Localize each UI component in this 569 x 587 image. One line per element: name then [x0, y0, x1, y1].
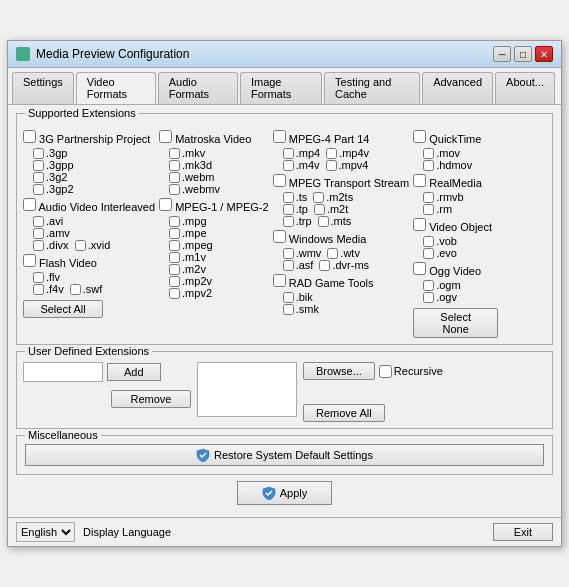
- cb-mov[interactable]: [423, 148, 434, 159]
- tab-about[interactable]: About...: [495, 72, 555, 104]
- ext-row-flv: .flv: [33, 271, 155, 283]
- cb-mpv4[interactable]: [326, 160, 337, 171]
- tab-image-formats[interactable]: Image Formats: [240, 72, 322, 104]
- cb-3gpp[interactable]: [33, 160, 44, 171]
- cb-m4v[interactable]: [283, 160, 294, 171]
- user-ext-input[interactable]: [23, 362, 103, 382]
- browse-button[interactable]: Browse...: [303, 362, 375, 380]
- select-none-button[interactable]: Select None: [413, 308, 498, 338]
- user-ext-listbox[interactable]: [197, 362, 297, 417]
- ext-col-2: Matroska Video .mkv .mk3d: [159, 128, 269, 338]
- remove-button[interactable]: Remove: [111, 390, 191, 408]
- cb-divx[interactable]: [33, 240, 44, 251]
- cb-flash-cat[interactable]: [23, 254, 36, 267]
- close-button[interactable]: ✕: [535, 46, 553, 62]
- language-select[interactable]: English: [16, 522, 75, 542]
- cb-hdmov[interactable]: [423, 160, 434, 171]
- ext-pair-divx-xvid: .divx .xvid: [33, 239, 155, 251]
- cb-m1v[interactable]: [169, 252, 180, 263]
- cb-avi[interactable]: [33, 216, 44, 227]
- cb-webmv[interactable]: [169, 184, 180, 195]
- cb-vob-cat[interactable]: [413, 218, 426, 231]
- cb-mp4v[interactable]: [326, 148, 337, 159]
- cb-mk3d[interactable]: [169, 160, 180, 171]
- cb-mpg[interactable]: [169, 216, 180, 227]
- cb-mts[interactable]: [318, 216, 329, 227]
- restore-button[interactable]: Restore System Default Settings: [25, 444, 544, 466]
- ext-row-avi: .avi: [33, 215, 155, 227]
- cb-mpeg-ts-cat[interactable]: [273, 174, 286, 187]
- cb-smk[interactable]: [283, 304, 294, 315]
- cb-3g2[interactable]: [33, 172, 44, 183]
- cb-mpeg12-cat[interactable]: [159, 198, 172, 211]
- tab-video-formats[interactable]: Video Formats: [76, 72, 156, 104]
- user-defined-label: User Defined Extensions: [25, 345, 152, 357]
- cb-mkv[interactable]: [169, 148, 180, 159]
- ext-row-amv: .amv: [33, 227, 155, 239]
- select-all-button[interactable]: Select All: [23, 300, 103, 318]
- cb-mp4[interactable]: [283, 148, 294, 159]
- cb-xvid[interactable]: [75, 240, 86, 251]
- recursive-checkbox[interactable]: [379, 365, 392, 378]
- cat-ogg: Ogg Video: [413, 262, 498, 277]
- tab-audio-formats[interactable]: Audio Formats: [158, 72, 238, 104]
- tab-advanced[interactable]: Advanced: [422, 72, 493, 104]
- tab-settings[interactable]: Settings: [12, 72, 74, 104]
- cb-wm-cat[interactable]: [273, 230, 286, 243]
- cb-matroska-cat[interactable]: [159, 130, 172, 143]
- cb-mpe[interactable]: [169, 228, 180, 239]
- cb-ogm[interactable]: [423, 280, 434, 291]
- cb-dvr-ms[interactable]: [319, 260, 330, 271]
- cb-amv[interactable]: [33, 228, 44, 239]
- content-area: Supported Extensions 3G Partnership Proj…: [8, 105, 561, 517]
- cb-evo[interactable]: [423, 248, 434, 259]
- cb-3gpartnership[interactable]: [23, 130, 36, 143]
- cb-m2t[interactable]: [314, 204, 325, 215]
- cat-avi: Audio Video Interleaved: [23, 198, 155, 213]
- cat-wm: Windows Media: [273, 230, 410, 245]
- add-button[interactable]: Add: [107, 363, 161, 381]
- cat-mpeg-ts: MPEG Transport Stream: [273, 174, 410, 189]
- cb-real-cat[interactable]: [413, 174, 426, 187]
- cb-mpeg4-cat[interactable]: [273, 130, 286, 143]
- cb-3gp[interactable]: [33, 148, 44, 159]
- cb-ogv[interactable]: [423, 292, 434, 303]
- cb-webm[interactable]: [169, 172, 180, 183]
- minimize-button[interactable]: ─: [493, 46, 511, 62]
- cb-f4v[interactable]: [33, 284, 44, 295]
- cb-3gp2[interactable]: [33, 184, 44, 195]
- cb-m2ts[interactable]: [313, 192, 324, 203]
- cb-mpv2[interactable]: [169, 288, 180, 299]
- cb-mpeg[interactable]: [169, 240, 180, 251]
- cb-asf[interactable]: [283, 260, 294, 271]
- cb-bik[interactable]: [283, 292, 294, 303]
- cb-rm[interactable]: [423, 204, 434, 215]
- cat-rad: RAD Game Tools: [273, 274, 410, 289]
- cb-rad-cat[interactable]: [273, 274, 286, 287]
- shield-icon-apply: [262, 486, 276, 500]
- exit-button[interactable]: Exit: [493, 523, 553, 541]
- tab-testing-cache[interactable]: Testing and Cache: [324, 72, 420, 104]
- cb-flv[interactable]: [33, 272, 44, 283]
- cb-wmv[interactable]: [283, 248, 294, 259]
- cb-vob[interactable]: [423, 236, 434, 247]
- cb-qt-cat[interactable]: [413, 130, 426, 143]
- cb-m2v[interactable]: [169, 264, 180, 275]
- maximize-button[interactable]: □: [514, 46, 532, 62]
- cb-avi-cat[interactable]: [23, 198, 36, 211]
- cat-3gp: 3G Partnership Project: [23, 130, 155, 145]
- app-icon: [16, 47, 30, 61]
- cb-rmvb[interactable]: [423, 192, 434, 203]
- apply-button[interactable]: Apply: [237, 481, 333, 505]
- cb-swf[interactable]: [70, 284, 81, 295]
- cb-ts[interactable]: [283, 192, 294, 203]
- tab-bar: Settings Video Formats Audio Formats Ima…: [8, 68, 561, 105]
- remove-all-button[interactable]: Remove All: [303, 404, 385, 422]
- cb-ogg-cat[interactable]: [413, 262, 426, 275]
- cb-mp2v[interactable]: [169, 276, 180, 287]
- cb-wtv[interactable]: [327, 248, 338, 259]
- cb-tp[interactable]: [283, 204, 294, 215]
- miscellaneous-label: Miscellaneous: [25, 429, 101, 441]
- cat-real: RealMedia: [413, 174, 498, 189]
- cb-trp[interactable]: [283, 216, 294, 227]
